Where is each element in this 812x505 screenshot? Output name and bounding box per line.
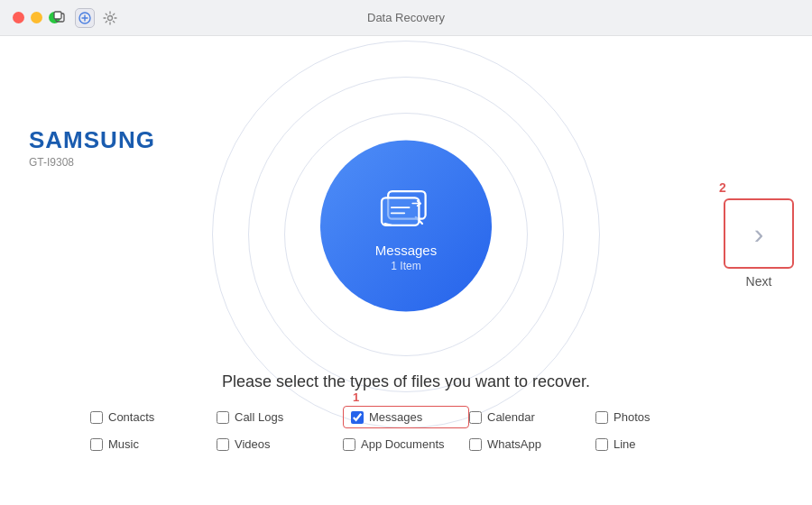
- line-checkbox-item[interactable]: Line: [595, 437, 722, 451]
- circle-label: Messages: [375, 242, 437, 257]
- app-documents-label: App Documents: [361, 437, 445, 451]
- circle-count: 1 Item: [391, 259, 420, 271]
- contacts-checkbox[interactable]: [90, 411, 103, 424]
- next-label: Next: [746, 274, 772, 289]
- file-types-grid: Contacts Call Logs 1 Messages Calendar P…: [90, 406, 722, 451]
- window-title: Data Recovery: [367, 11, 445, 24]
- app-documents-checkbox-item[interactable]: App Documents: [343, 437, 469, 451]
- recovery-icon[interactable]: [75, 8, 95, 28]
- photos-checkbox-item[interactable]: Photos: [595, 406, 722, 428]
- music-label: Music: [108, 437, 139, 451]
- messages-icon: [374, 180, 438, 234]
- step-number-next: 2: [719, 180, 726, 195]
- videos-checkbox[interactable]: [217, 438, 229, 451]
- whatsapp-label: WhatsApp: [487, 437, 541, 451]
- music-checkbox[interactable]: [90, 438, 103, 451]
- calendar-label: Calendar: [487, 410, 535, 424]
- svg-point-3: [108, 15, 113, 20]
- minimize-button[interactable]: [31, 12, 42, 23]
- copy-icon[interactable]: [50, 8, 69, 28]
- contacts-label: Contacts: [108, 410, 154, 424]
- svg-rect-6: [382, 197, 419, 225]
- circles-visualization: Messages 1 Item: [198, 63, 614, 406]
- messages-checkbox-item[interactable]: 1 Messages: [343, 406, 469, 428]
- close-button[interactable]: [13, 12, 24, 23]
- call-logs-checkbox[interactable]: [217, 411, 229, 424]
- main-content: SAMSUNG GT-I9308 Messages: [0, 36, 812, 505]
- contacts-checkbox-item[interactable]: Contacts: [90, 406, 217, 428]
- whatsapp-checkbox[interactable]: [469, 438, 482, 451]
- app-documents-checkbox[interactable]: [343, 438, 355, 451]
- whatsapp-checkbox-item[interactable]: WhatsApp: [469, 437, 595, 451]
- title-bar: Data Recovery: [0, 0, 812, 36]
- calendar-checkbox[interactable]: [469, 411, 482, 424]
- line-checkbox[interactable]: [595, 438, 608, 451]
- messages-checkbox[interactable]: [351, 411, 364, 424]
- settings-icon[interactable]: [100, 8, 120, 28]
- step-number-checkbox: 1: [353, 390, 359, 404]
- messages-label: Messages: [369, 410, 422, 424]
- center-circle: Messages 1 Item: [320, 141, 492, 312]
- toolbar-icons: [50, 8, 120, 28]
- device-model: GT-I9308: [29, 156, 155, 169]
- photos-checkbox[interactable]: [595, 411, 608, 424]
- bottom-section: Please select the types of files you wan…: [0, 372, 812, 451]
- music-checkbox-item[interactable]: Music: [90, 437, 217, 451]
- line-label: Line: [614, 437, 636, 451]
- next-button[interactable]: ›: [724, 198, 794, 269]
- photos-label: Photos: [614, 410, 650, 424]
- next-button-container: 2 › Next: [724, 198, 794, 289]
- prompt-text: Please select the types of files you wan…: [222, 372, 590, 391]
- videos-label: Videos: [235, 437, 271, 451]
- device-info: SAMSUNG GT-I9308: [29, 126, 155, 169]
- svg-rect-1: [54, 12, 61, 19]
- calendar-checkbox-item[interactable]: Calendar: [469, 406, 595, 428]
- call-logs-label: Call Logs: [235, 410, 283, 424]
- videos-checkbox-item[interactable]: Videos: [217, 437, 343, 451]
- chevron-right-icon: ›: [754, 217, 764, 251]
- call-logs-checkbox-item[interactable]: Call Logs: [217, 406, 343, 428]
- device-brand: SAMSUNG: [29, 126, 155, 154]
